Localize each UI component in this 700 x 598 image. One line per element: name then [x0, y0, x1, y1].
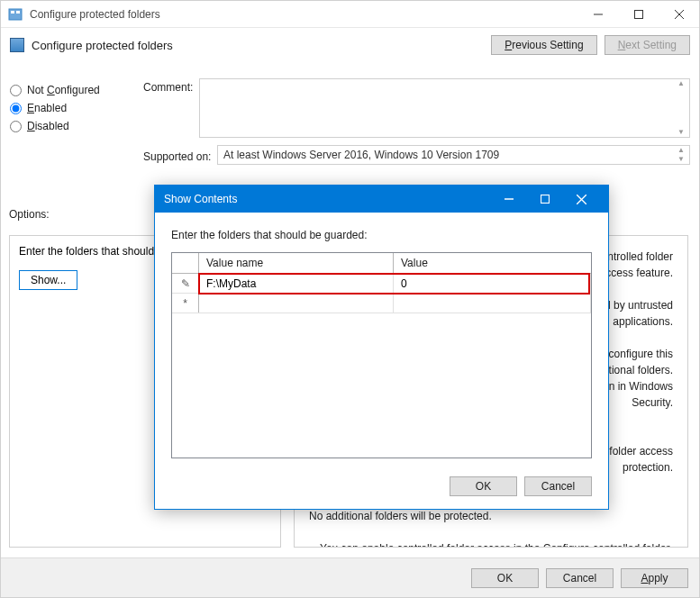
modal-cancel-button[interactable]: Cancel	[524, 476, 592, 496]
window-title: Configure protected folders	[30, 8, 577, 21]
grid-header: Value name Value	[172, 253, 591, 274]
svg-rect-8	[541, 195, 550, 204]
scroll-down-icon[interactable]: ▼	[674, 129, 688, 136]
comment-textbox[interactable]: ▲▼	[199, 78, 690, 138]
state-radios: Not Configured Enabled Disabled	[10, 78, 136, 138]
comment-label: Comment:	[143, 78, 199, 138]
supported-on-textbox: At least Windows Server 2016, Windows 10…	[217, 145, 690, 165]
svg-rect-2	[16, 11, 20, 14]
cell-value[interactable]: 0	[394, 274, 591, 293]
modal-minimize-button[interactable]	[491, 186, 527, 213]
values-grid[interactable]: Value name Value ✎ F:\MyData 0 *	[171, 252, 592, 458]
apply-button[interactable]: Apply	[621, 568, 688, 588]
cell-value-name[interactable]: F:\MyData	[199, 274, 394, 293]
grid-row[interactable]: ✎ F:\MyData 0	[172, 274, 591, 294]
minimize-button[interactable]	[577, 1, 618, 28]
dialog-button-bar: OK Cancel Apply	[1, 557, 699, 597]
subheader-title: Configure protected folders	[32, 39, 491, 52]
app-icon	[8, 7, 23, 22]
show-button[interactable]: Show...	[19, 270, 77, 290]
maximize-button[interactable]	[618, 1, 659, 28]
modal-button-bar: OK Cancel	[155, 467, 608, 509]
close-button[interactable]	[659, 1, 699, 28]
column-header-value[interactable]: Value	[394, 253, 591, 273]
policy-icon	[10, 38, 24, 52]
show-contents-dialog: Show Contents Enter the folders that sho…	[154, 185, 609, 510]
modal-title: Show Contents	[164, 193, 491, 205]
cell-value-name[interactable]	[199, 294, 394, 313]
window-titlebar: Configure protected folders	[1, 1, 699, 28]
ok-button[interactable]: OK	[471, 568, 539, 588]
previous-setting-button[interactable]: Previous Setting	[491, 35, 596, 55]
cell-value[interactable]	[394, 294, 591, 313]
radio-not-configured[interactable]: Not Configured	[10, 84, 136, 96]
supported-on-value: At least Windows Server 2016, Windows 10…	[223, 149, 499, 161]
scroll-up-icon[interactable]: ▲	[674, 147, 688, 154]
svg-rect-4	[634, 10, 642, 18]
row-edit-icon: ✎	[172, 274, 199, 293]
radio-disabled[interactable]: Disabled	[10, 120, 136, 132]
grid-empty-area[interactable]	[172, 313, 591, 458]
modal-maximize-button[interactable]	[527, 186, 563, 213]
modal-close-button[interactable]	[563, 186, 599, 213]
modal-ok-button[interactable]: OK	[450, 476, 517, 496]
supported-label: Supported on:	[143, 148, 217, 163]
svg-rect-0	[9, 9, 22, 20]
modal-prompt: Enter the folders that should be guarded…	[171, 229, 592, 241]
options-label: Options:	[9, 208, 50, 221]
subheader: Configure protected folders Previous Set…	[1, 28, 699, 62]
modal-titlebar: Show Contents	[155, 186, 608, 213]
scroll-up-icon[interactable]: ▲	[674, 80, 688, 87]
svg-rect-1	[11, 11, 14, 14]
row-new-icon: *	[172, 294, 199, 313]
cancel-button[interactable]: Cancel	[546, 568, 614, 588]
grid-row[interactable]: *	[172, 294, 591, 313]
scroll-down-icon[interactable]: ▼	[674, 156, 688, 163]
radio-enabled[interactable]: Enabled	[10, 102, 136, 114]
column-header-name[interactable]: Value name	[199, 253, 394, 273]
next-setting-button[interactable]: Next Setting	[605, 35, 690, 55]
